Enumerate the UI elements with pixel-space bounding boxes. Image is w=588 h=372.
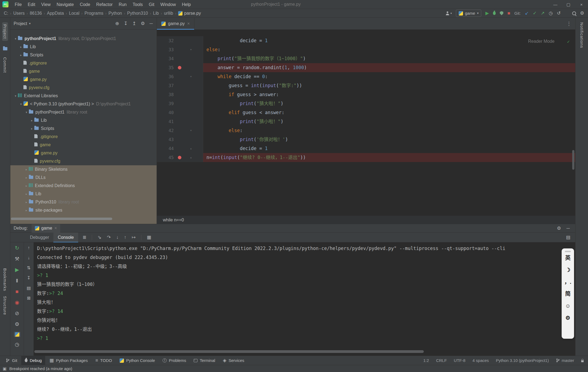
- coverage-button[interactable]: [500, 11, 503, 15]
- ime-language-toggle[interactable]: 英: [565, 255, 571, 261]
- layout-icon[interactable]: ≣: [83, 235, 86, 240]
- menu-refactor[interactable]: Refactor: [93, 0, 115, 9]
- stripe-project[interactable]: Project: [2, 22, 8, 41]
- stripe-notifications[interactable]: Notifications: [580, 22, 584, 48]
- console-horizontal-scrollbar[interactable]: [34, 350, 424, 353]
- line-separator-widget[interactable]: CRLF: [436, 358, 447, 363]
- fold-icon[interactable]: ▾: [185, 72, 197, 81]
- tree-item-lib[interactable]: ▸Lib: [10, 43, 157, 51]
- tree-item-pythonproject1[interactable]: ▾pythonProject1library root, D:\pythonPr…: [10, 35, 157, 43]
- breadcrumb-item-appdata[interactable]: AppData: [47, 11, 64, 16]
- stop-icon[interactable]: ■: [16, 288, 19, 295]
- toolwindow-terminal[interactable]: Terminal: [190, 356, 219, 365]
- build-icon[interactable]: ⚒: [15, 255, 19, 263]
- menu-code[interactable]: Code: [77, 0, 93, 9]
- debug-run-button[interactable]: [493, 11, 496, 15]
- search-everywhere-button[interactable]: [572, 11, 576, 15]
- stripe-bookmarks[interactable]: Bookmarks: [3, 268, 7, 291]
- caret-position-widget[interactable]: 1:2: [423, 358, 429, 363]
- rollback-button[interactable]: ↺: [557, 11, 561, 16]
- tree-item-pyvenv-cfg[interactable]: pyvenv.cfg: [10, 84, 157, 92]
- fold-icon[interactable]: ▾: [185, 126, 197, 135]
- git-commit-button[interactable]: ✓: [533, 11, 537, 16]
- code-editor[interactable]: Reader Mode ✓ 32decide = 133▾else:34prin…: [157, 30, 575, 216]
- tree-item-pyvenv-cfg[interactable]: pyvenv.cfg: [10, 157, 157, 165]
- fold-icon[interactable]: ▴: [185, 153, 197, 162]
- menu-help[interactable]: Help: [179, 0, 194, 9]
- debug-tab-debugger[interactable]: Debugger: [26, 233, 53, 242]
- tree-item-site-packages[interactable]: ▸site-packages: [10, 206, 157, 214]
- hide-debug-panel-icon[interactable]: ─: [566, 226, 570, 231]
- breakpoint-gutter[interactable]: [174, 72, 185, 81]
- rerun-icon[interactable]: ↻: [15, 245, 19, 252]
- tree-item-game[interactable]: game: [10, 141, 157, 149]
- hide-panel-icon[interactable]: ─: [150, 21, 153, 26]
- git-branch-widget[interactable]: master: [556, 358, 574, 363]
- print-icon[interactable]: ▤: [27, 285, 31, 291]
- tree-chevron-icon[interactable]: ▾: [13, 94, 18, 98]
- stop-button[interactable]: ■: [507, 11, 510, 16]
- tree-chevron-icon[interactable]: ▸: [24, 192, 29, 196]
- close-tab-icon[interactable]: ×: [187, 21, 190, 26]
- python-session-icon[interactable]: [15, 332, 19, 337]
- down-stack-icon[interactable]: ↓: [28, 255, 30, 261]
- breakpoint-gutter[interactable]: [174, 135, 185, 144]
- tree-item-dlls[interactable]: ▸DLLs: [10, 173, 157, 182]
- menu-file[interactable]: File: [12, 0, 25, 9]
- breakpoint-gutter[interactable]: [174, 54, 185, 63]
- view-breakpoints-table-icon[interactable]: ▦: [147, 235, 151, 240]
- breadcrumb-item-urllib[interactable]: urllib: [164, 11, 173, 16]
- run-to-cursor-icon[interactable]: ↦: [132, 235, 136, 240]
- breadcrumb-item-python[interactable]: Python: [108, 11, 122, 16]
- toolwindow-python-console[interactable]: Python Console: [116, 356, 159, 365]
- editor-scrollbar[interactable]: [572, 150, 574, 170]
- tree-chevron-icon[interactable]: ▸: [19, 53, 23, 57]
- project-horizontal-scrollbar[interactable]: [11, 218, 112, 220]
- tree-item-pythonproject1[interactable]: ▾pythonProject1library root: [10, 108, 157, 116]
- menu-window[interactable]: Window: [157, 0, 179, 9]
- maximize-button[interactable]: ▢: [562, 0, 575, 9]
- breakpoint-gutter[interactable]: [174, 153, 185, 162]
- step-over-icon[interactable]: ↷: [107, 235, 111, 240]
- fold-icon[interactable]: ▾: [185, 45, 197, 54]
- tree-item-lib[interactable]: ▸Lib: [10, 190, 157, 198]
- run-button[interactable]: ▶: [485, 11, 489, 16]
- step-out-icon[interactable]: ↑: [124, 235, 126, 240]
- breadcrumb-item-users[interactable]: Users: [13, 11, 25, 16]
- menu-view[interactable]: View: [38, 0, 53, 9]
- history-icon[interactable]: ◷: [15, 341, 19, 348]
- inspections-ok-icon[interactable]: ✓: [567, 39, 570, 44]
- tool-windows-toggle-icon[interactable]: ▣: [3, 367, 7, 371]
- tree-chevron-icon[interactable]: ▸: [29, 127, 34, 130]
- breakpoint-gutter[interactable]: [174, 90, 185, 99]
- tree-item-binary-skeletons[interactable]: ▸Binary Skeletons: [10, 165, 157, 173]
- fold-icon[interactable]: ▴: [185, 144, 197, 153]
- tree-chevron-icon[interactable]: ▾: [24, 111, 29, 114]
- ime-drag-handle[interactable]: [565, 251, 571, 252]
- breadcrumb-item-86136[interactable]: 86136: [30, 11, 42, 16]
- ime-punctuation-toggle[interactable]: ，.: [564, 279, 571, 285]
- breadcrumb-item-local[interactable]: Local: [69, 11, 79, 16]
- close-button[interactable]: ×: [575, 0, 588, 9]
- tree-item-scripts[interactable]: ▸Scripts: [10, 51, 157, 59]
- toolwindow-python-packages[interactable]: ▦Python Packages: [46, 356, 91, 365]
- debug-session-tab[interactable]: game ×: [32, 224, 60, 233]
- breakpoint-gutter[interactable]: [174, 81, 185, 90]
- ime-emoji-button[interactable]: ☺: [565, 303, 571, 309]
- toolwindow-services[interactable]: ◈Services: [219, 356, 248, 365]
- git-push-button[interactable]: ↗: [541, 11, 544, 16]
- chevron-down-icon[interactable]: ▾: [29, 22, 31, 25]
- tree-item-python-3-10-pythonproject1[interactable]: ▾< Python 3.10 (pythonProject1) >D:\pyth…: [10, 100, 157, 108]
- readonly-lock-widget[interactable]: [581, 359, 584, 362]
- tree-item-extended-definitions[interactable]: ▸Extended Definitions: [10, 182, 157, 190]
- collapse-all-icon[interactable]: ↥: [132, 21, 136, 26]
- editor-tab-game-py[interactable]: game.py ×: [157, 18, 194, 30]
- breakpoint-icon[interactable]: [178, 156, 181, 159]
- pause-icon[interactable]: ‖: [16, 277, 18, 284]
- minimize-button[interactable]: —: [549, 0, 562, 9]
- ime-simplified-toggle[interactable]: 简: [565, 291, 571, 297]
- tree-item-gitignore[interactable]: .gitignore: [10, 59, 157, 67]
- tab-options-icon[interactable]: ⋮: [566, 21, 575, 26]
- tree-item-external-libraries[interactable]: ▾External Libraries: [10, 92, 157, 100]
- toolwindow-todo[interactable]: ≡TODO: [92, 356, 115, 365]
